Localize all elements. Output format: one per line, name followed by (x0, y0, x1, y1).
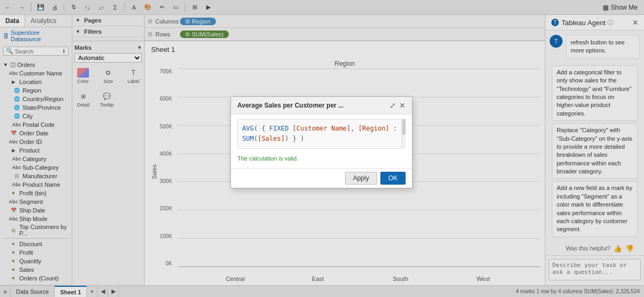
customer-name-field: [Customer Name] (293, 125, 350, 132)
modal-status: The calculation is valid. (237, 153, 406, 164)
apply-button[interactable]: Apply (345, 172, 377, 185)
paren-open: ( (254, 125, 261, 132)
close-all: ) } ) (285, 135, 304, 142)
scrollbar-thumb[interactable] (402, 119, 406, 135)
modal-header: Average Sales per Customer per ... ⤢ ✕ (231, 97, 412, 115)
colon: : (390, 125, 397, 132)
formula-container: AVG( { FIXED [Customer Name], [Region] :… (237, 119, 406, 149)
modal-expand-button[interactable]: ⤢ (390, 101, 396, 110)
fixed-keyword: FIXED (269, 125, 289, 132)
sales-field: [Sales] (258, 135, 285, 142)
calculation-modal: Average Sales per Customer per ... ⤢ ✕ A… (230, 96, 413, 188)
modal-close-button[interactable]: ✕ (399, 101, 406, 110)
comma: , (350, 125, 358, 132)
sales-brackets: ( (254, 135, 258, 142)
modal-header-icons: ⤢ ✕ (390, 101, 406, 110)
space-1 (289, 125, 293, 132)
modal-title: Average Sales per Customer per ... (237, 102, 343, 109)
sum-fn: SUM (242, 135, 254, 142)
modal-overlay: Average Sales per Customer per ... ⤢ ✕ A… (0, 0, 644, 297)
modal-body: AVG( { FIXED [Customer Name], [Region] :… (231, 115, 412, 168)
scrollbar-track (401, 119, 406, 149)
ok-button[interactable]: OK (380, 172, 406, 185)
curly-open: { (261, 125, 269, 132)
modal-footer: Apply OK (231, 168, 412, 188)
region-field: [Region] (358, 125, 390, 132)
formula-display: AVG( { FIXED [Customer Name], [Region] :… (237, 119, 406, 149)
avg-fn: AVG (242, 125, 254, 132)
